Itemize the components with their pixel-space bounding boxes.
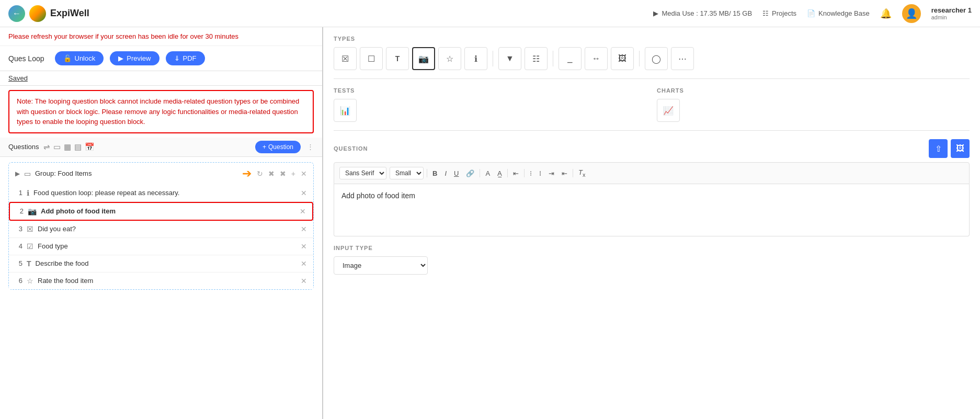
more-options-icon[interactable]: ⋮: [307, 143, 314, 151]
media-use-label: Media Use : 17.35 MB/ 15 GB: [662, 9, 752, 17]
play-icon: ▶: [653, 9, 658, 17]
underline-button[interactable]: U: [452, 168, 461, 178]
shuffle-icon[interactable]: ⇌: [43, 142, 50, 152]
preview-button[interactable]: ▶ Preview: [110, 51, 159, 65]
font-size-select[interactable]: Small: [390, 167, 424, 179]
pdf-icon: ⇓: [174, 54, 180, 62]
unlock-button[interactable]: 🔓 Unlock: [55, 51, 104, 65]
close-group-icon[interactable]: ✕: [301, 169, 307, 178]
type-text-icon[interactable]: T: [386, 47, 409, 70]
avatar[interactable]: 👤: [902, 4, 921, 23]
type-dropdown-icon[interactable]: ▼: [498, 47, 521, 70]
font-family-select[interactable]: Sans Serif: [339, 167, 386, 179]
font-highlight-button[interactable]: A̲: [495, 168, 504, 178]
type-info-icon[interactable]: ℹ: [464, 47, 487, 70]
list-ordered-button[interactable]: ⁝: [528, 168, 534, 178]
refresh-group-icon[interactable]: ↻: [257, 169, 263, 178]
format-sep-2: [480, 169, 480, 177]
indent-button[interactable]: ⇥: [546, 168, 556, 178]
grid-icon: ☷: [762, 9, 769, 17]
projects-link[interactable]: ☷ Projects: [762, 9, 796, 17]
expand-icon[interactable]: ▶: [15, 170, 20, 177]
close-question-4[interactable]: ✕: [301, 242, 307, 251]
types-separator-3: [639, 51, 640, 66]
type-circle-icon[interactable]: ◯: [645, 47, 668, 70]
italic-button[interactable]: I: [442, 168, 449, 178]
add-icon: +: [263, 143, 266, 151]
bell-icon[interactable]: 🔔: [880, 8, 892, 19]
list-unordered-button[interactable]: ⁞: [537, 168, 543, 178]
charts-col: CHARTS 📈: [657, 87, 970, 122]
type-slider-icon[interactable]: ⎯: [559, 47, 582, 70]
question-item-4[interactable]: 4 ☑ Food type ✕: [9, 238, 313, 255]
question-item-1[interactable]: 1 ℹ Food question loop: please repeat as…: [9, 185, 313, 202]
close-question-5[interactable]: ✕: [301, 259, 307, 268]
question-item-5[interactable]: 5 T Describe the food ✕: [9, 255, 313, 273]
link-button[interactable]: 🔗: [464, 168, 476, 178]
type-dots-icon[interactable]: ⋯: [671, 47, 694, 70]
outdent-button[interactable]: ⇤: [560, 168, 569, 178]
table-icon[interactable]: ▤: [74, 142, 82, 152]
types-separator-2: [553, 51, 553, 66]
format-sep-3: [507, 169, 508, 177]
clear-format-button[interactable]: Tx: [576, 167, 587, 179]
align-left-button[interactable]: ⇤: [511, 168, 521, 178]
knowledge-base-label: Knowledge Base: [818, 9, 870, 17]
image-btn[interactable]: 🖼: [951, 139, 970, 158]
camera-icon-2: 📷: [28, 207, 37, 216]
pdf-button[interactable]: ⇓ PDF: [166, 51, 205, 65]
question-editor[interactable]: Add photo of food item: [334, 184, 970, 236]
question-item-3[interactable]: 3 ☒ Did you eat? ✕: [9, 221, 313, 238]
user-info: researcher 1 admin: [931, 6, 972, 20]
input-type-select[interactable]: Image Video Audio File: [334, 256, 428, 275]
close-question-1[interactable]: ✕: [301, 189, 307, 197]
bold-button[interactable]: B: [430, 168, 439, 178]
type-grid-icon[interactable]: ☷: [525, 47, 548, 70]
text-icon-5: T: [27, 259, 31, 268]
upload-button[interactable]: ⇧: [929, 139, 948, 158]
charts-section-title: CHARTS: [657, 87, 970, 94]
question-text-6: Rate the food item: [38, 277, 297, 285]
add-question-label: Question: [268, 143, 293, 151]
format-sep-4: [524, 169, 525, 177]
close-question-3[interactable]: ✕: [301, 225, 307, 233]
copy-icon[interactable]: ▭: [53, 142, 61, 152]
add-group-icon[interactable]: +: [291, 169, 295, 178]
input-type-select-wrap: Image Video Audio File: [334, 256, 970, 275]
group-type-icon: ▭: [24, 169, 31, 178]
knowledge-base-link[interactable]: 📄 Knowledge Base: [807, 9, 870, 17]
charts-grid: 📈: [657, 99, 970, 122]
font-color-button[interactable]: A: [483, 168, 492, 178]
checkbox-icon-3: ☒: [27, 225, 33, 233]
calendar-icon[interactable]: 📅: [85, 142, 95, 152]
layout-icon[interactable]: ▦: [64, 142, 71, 152]
question-item-6[interactable]: 6 ☆ Rate the food item ✕: [9, 273, 313, 289]
test-icon-1[interactable]: 📊: [334, 99, 357, 122]
type-arrow-icon[interactable]: ↔: [585, 47, 608, 70]
question-item-2[interactable]: 2 📷 Add photo of food item ✕: [9, 202, 313, 221]
question-section-header: QUESTION ⇧ 🖼: [334, 139, 970, 158]
left-panel: Please refresh your browser if your scre…: [0, 27, 323, 419]
header: ← ExpiWell ▶ Media Use : 17.35 MB/ 15 GB…: [0, 0, 980, 27]
tests-section-title: TESTS: [334, 87, 646, 94]
tests-charts-row: TESTS 📊 CHARTS 📈: [334, 87, 970, 131]
input-type-section-title: INPUT TYPE: [334, 245, 970, 251]
add-question-button[interactable]: + Question: [255, 141, 301, 153]
unlock-label: Unlock: [75, 54, 96, 62]
close-question-2[interactable]: ✕: [300, 207, 306, 216]
back-icon[interactable]: ←: [8, 5, 25, 22]
type-camera-icon[interactable]: 📷: [412, 47, 435, 70]
warning-text: Note: The looping question block cannot …: [17, 97, 299, 126]
close-question-6[interactable]: ✕: [301, 277, 307, 285]
chart-icon-1[interactable]: 📈: [657, 99, 680, 122]
preview-label: Preview: [127, 54, 151, 62]
type-image-icon[interactable]: 🖼: [611, 47, 634, 70]
unlink-group-icon[interactable]: ✖: [280, 169, 286, 178]
media-use: ▶ Media Use : 17.35 MB/ 15 GB: [653, 9, 752, 17]
group-box: ▶ ▭ Group: Food Items ➔ ↻ ✖ ✖ + ✕ 1 ℹ: [8, 162, 314, 290]
link-group-icon[interactable]: ✖: [268, 169, 275, 178]
type-star-icon[interactable]: ☆: [438, 47, 461, 70]
format-bar: Sans Serif Small B I U 🔗 A A̲ ⇤ ⁝ ⁞ ⇥: [334, 162, 970, 184]
type-check-icon[interactable]: ☐: [360, 47, 383, 70]
type-checkbox-icon[interactable]: ☒: [334, 47, 357, 70]
